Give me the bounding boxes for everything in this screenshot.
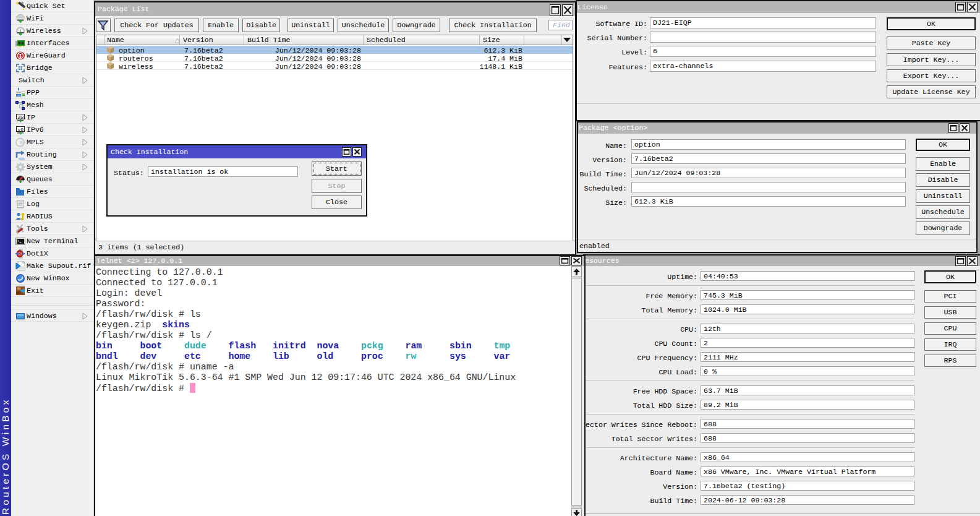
svg-text:v6: v6 [17, 127, 23, 132]
svg-text:255: 255 [17, 114, 25, 120]
